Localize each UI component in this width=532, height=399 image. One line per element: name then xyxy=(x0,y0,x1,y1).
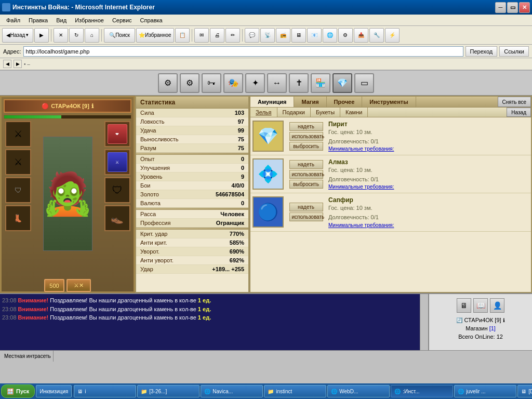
radio-button[interactable]: 📻 xyxy=(276,28,290,43)
tab-bouquets[interactable]: Букеты xyxy=(311,108,340,117)
taskbar-item-3[interactable]: 🌐 Navica... xyxy=(201,385,263,397)
remove-all-button[interactable]: Снять все xyxy=(498,97,531,107)
requirements-link-2[interactable]: Минимальные требования: xyxy=(328,222,529,228)
use-sapphire-button[interactable]: использовать xyxy=(289,212,323,221)
equip-sapphire-button[interactable]: надеть xyxy=(289,203,323,211)
menu-view[interactable]: Вид xyxy=(52,16,71,24)
back-button[interactable]: ◀ Назад ▼ xyxy=(2,28,33,43)
menu-service[interactable]: Сервис xyxy=(108,16,136,24)
mail-button[interactable]: ✉ xyxy=(194,28,209,43)
messenger-button[interactable]: 📡 xyxy=(260,28,275,43)
extra-btn7[interactable]: ⚡ xyxy=(385,28,400,43)
menu-file[interactable]: Файл xyxy=(2,16,24,24)
extra-btn6[interactable]: 🔧 xyxy=(369,28,384,43)
tab-magic[interactable]: Магия xyxy=(294,97,326,107)
go-button[interactable]: Переход xyxy=(466,46,498,57)
home-button[interactable]: ⌂ xyxy=(85,28,99,43)
use-diamond-button[interactable]: использовать xyxy=(289,170,323,179)
start-button[interactable]: 🪟 Пуск xyxy=(1,384,35,398)
equip-slot-boots[interactable]: 👞 xyxy=(104,205,130,231)
requirements-link-0[interactable]: Минимальные требования: xyxy=(328,146,529,152)
char-content: ⚔ ⚔ 🛡 👢 🧟 ❤ ⚔ xyxy=(4,121,131,277)
game-btn-shop[interactable]: 🏪 xyxy=(311,73,330,93)
history-button[interactable]: 📋 xyxy=(175,28,190,43)
taskbar-item-8[interactable]: 🖥 [Dock]... xyxy=(517,385,532,397)
equip-slot-ring1[interactable]: ❤ xyxy=(104,121,130,147)
equip-right: ❤ ⚔ 🛡 👞 xyxy=(103,121,131,277)
stop-button[interactable]: ✕ xyxy=(54,28,68,43)
edit-button[interactable]: ✏ xyxy=(225,28,240,43)
links-label: • – xyxy=(24,61,30,67)
taskbar-item-5[interactable]: 🌐 WebD... xyxy=(327,385,390,397)
extra-btn3[interactable]: 🌐 xyxy=(323,28,337,43)
extra-btn4[interactable]: ⚙ xyxy=(338,28,353,43)
char-map-btn[interactable]: ⚔✕ xyxy=(66,279,91,292)
menu-favorites[interactable]: Избранное xyxy=(71,16,108,24)
links-back-btn[interactable]: ◀ xyxy=(3,60,11,68)
drop-diamond-button[interactable]: выбросить xyxy=(289,180,323,189)
shop-link[interactable]: [1] xyxy=(489,325,496,331)
tab-tools[interactable]: Инструменты xyxy=(362,97,416,107)
game-btn-cross[interactable]: ✝ xyxy=(289,73,309,93)
extra-btn2[interactable]: 📧 xyxy=(307,28,322,43)
equip-diamond-button[interactable]: надеть xyxy=(289,160,323,169)
extra-btn5[interactable]: 📥 xyxy=(354,28,368,43)
menu-help[interactable]: Справка xyxy=(136,16,167,24)
item-info-diamond: Алмаз Гос. цена: 10 зм. Долговечность: 0… xyxy=(328,158,529,190)
inventory-item-pyrite: 💎 надеть использовать выбросить Пирит Го… xyxy=(250,117,531,155)
links-forward-btn[interactable]: ▶ xyxy=(14,60,22,68)
back-button-inv[interactable]: Назад xyxy=(507,108,531,117)
game-btn-exit[interactable]: ▭ xyxy=(354,73,374,93)
char-action-btn[interactable]: 500 xyxy=(44,279,64,292)
game-btn-skills[interactable]: ✦ xyxy=(245,73,265,93)
refresh-button[interactable]: ↻ xyxy=(69,28,84,43)
favorites-button[interactable]: ⭐ Избранное xyxy=(136,28,174,43)
equip-slot-shield[interactable]: 🛡 xyxy=(104,177,130,203)
taskbar-item-instinct[interactable]: 📁 instinct xyxy=(264,385,326,397)
taskbar-inquisition[interactable]: Инквизиция xyxy=(36,385,72,397)
equip-slot-weapon[interactable]: ⚔ xyxy=(5,149,31,175)
chat-message-1: 23:08 Внимание! Поздравляем! Вы нашли др… xyxy=(2,296,418,305)
game-btn-settings[interactable]: ⚙ xyxy=(158,73,178,93)
chat-scrollbar[interactable] xyxy=(420,294,428,350)
item-icon-diamond: 💠 xyxy=(252,158,284,190)
minimize-button[interactable]: ─ xyxy=(495,2,506,13)
game-btn-gems[interactable]: 💎 xyxy=(332,73,352,93)
game-btn-quests[interactable]: ↔ xyxy=(267,73,287,93)
tab-ammo[interactable]: Амуниция xyxy=(250,97,294,107)
game-btn-map[interactable]: 🗝 xyxy=(202,73,221,93)
menu-edit[interactable]: Правка xyxy=(24,16,52,24)
taskbar-item-2[interactable]: 📁 [3-26...] xyxy=(137,385,200,397)
discuss-button[interactable]: 💬 xyxy=(245,28,259,43)
use-pyrite-button[interactable]: использовать xyxy=(289,132,323,141)
drop-pyrite-button[interactable]: выбросить xyxy=(289,142,323,151)
tab-other[interactable]: Прочее xyxy=(327,97,363,107)
tab-gifts[interactable]: Подарки xyxy=(277,108,311,117)
game-btn-char[interactable]: ⚙ xyxy=(180,73,200,93)
print-button[interactable]: 🖨 xyxy=(210,28,224,43)
requirements-link-1[interactable]: Минимальные требования: xyxy=(328,184,529,190)
right-icon-book[interactable]: 📖 xyxy=(473,298,488,313)
game-btn-inventory[interactable]: 🎭 xyxy=(223,73,243,93)
search-button[interactable]: 🔍 Поиск xyxy=(104,28,135,43)
equip-slot-helmet[interactable]: ⚔ xyxy=(5,121,31,147)
equip-slot-armor[interactable]: 🛡 xyxy=(5,177,31,203)
right-icon-person[interactable]: 👤 xyxy=(490,298,504,313)
maximize-button[interactable]: ▭ xyxy=(507,2,518,13)
address-input[interactable] xyxy=(23,46,463,57)
equip-slot-legs[interactable]: 👢 xyxy=(5,205,31,231)
close-button[interactable]: ✕ xyxy=(519,2,530,13)
price-label-2: Гос. цена: xyxy=(328,205,355,211)
taskbar-item-6[interactable]: 🌐 :Инст... xyxy=(391,385,453,397)
taskbar-item-1[interactable]: 🖥 i xyxy=(74,385,136,397)
tab-potions[interactable]: Зелья xyxy=(250,108,277,117)
equip-slot-ring2[interactable]: ⚔ xyxy=(104,149,130,175)
tab-gems[interactable]: Камни xyxy=(340,108,368,117)
chat-time-1: 23:08 xyxy=(2,297,17,303)
taskbar-item-7[interactable]: 🌐 juvelir ... xyxy=(454,385,516,397)
extra-btn1[interactable]: 🖥 xyxy=(291,28,306,43)
links-button[interactable]: Ссылки xyxy=(499,46,529,57)
equip-pyrite-button[interactable]: надеть xyxy=(289,122,323,131)
right-icon-monitor[interactable]: 🖥 xyxy=(457,298,471,313)
forward-button[interactable]: ▶ xyxy=(34,28,49,43)
